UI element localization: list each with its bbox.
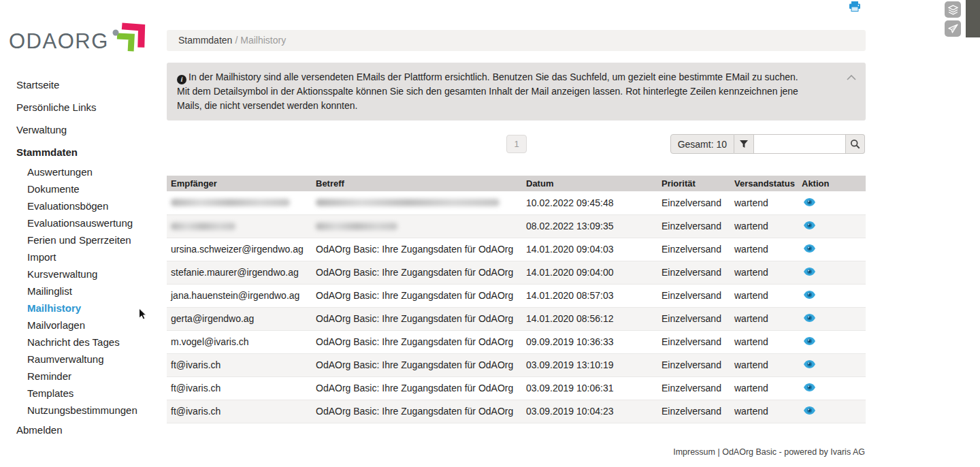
cell-betreff: [312, 214, 522, 238]
filter-button[interactable]: [734, 134, 754, 154]
column-header-1: Betreff: [312, 176, 522, 191]
sidebar-item-evaluationsauswertung[interactable]: Evaluationsauswertung: [0, 214, 167, 231]
cell-prioritaet: Einzelversand: [657, 191, 730, 214]
cell-aktion: [798, 238, 866, 261]
view-mail-button[interactable]: [804, 221, 815, 229]
collapse-panel-button[interactable]: [847, 72, 856, 82]
sidebar-item-raumverwaltung[interactable]: Raumverwaltung: [0, 351, 167, 368]
sidebar-nav: StartseitePersönliche LinksVerwaltungSta…: [0, 74, 167, 441]
sidebar-item-mailvorlagen[interactable]: Mailvorlagen: [0, 317, 167, 334]
sidebar-item-abmelden[interactable]: Abmelden: [0, 419, 167, 441]
sidebar-item-stammdaten[interactable]: Stammdaten: [0, 141, 167, 163]
layers-button[interactable]: [945, 1, 961, 18]
cell-empfaenger: ursina.schweizer@irgendwo.ag: [167, 238, 312, 261]
total-count-label: Gesamt: 10: [670, 134, 734, 154]
eye-icon: [804, 360, 815, 368]
cell-prioritaet: Einzelversand: [657, 284, 730, 307]
logo-text: ODAORG: [9, 31, 109, 52]
logo-dot: [112, 30, 118, 36]
pagination-page-button[interactable]: 1: [506, 135, 527, 153]
search-icon: [850, 139, 860, 149]
cell-datum: 10.02.2022 09:45:48: [522, 191, 657, 214]
column-header-5: Aktion: [798, 176, 866, 191]
sidebar-item-verwaltung[interactable]: Verwaltung: [0, 118, 167, 141]
search-group: Gesamt: 10: [670, 134, 865, 154]
view-mail-button[interactable]: [804, 360, 815, 368]
cell-versandstatus: wartend: [730, 400, 798, 423]
filter-icon: [740, 140, 748, 148]
view-mail-button[interactable]: [804, 383, 815, 391]
sidebar-item-nachricht-des-tages[interactable]: Nachricht des Tages: [0, 334, 167, 351]
view-mail-button[interactable]: [804, 314, 815, 322]
cell-empfaenger: gerta@irgendwo.ag: [167, 307, 312, 330]
sidebar-item-kursverwaltung[interactable]: Kursverwaltung: [0, 265, 167, 283]
cell-aktion: [798, 307, 866, 330]
cell-aktion: [798, 191, 866, 214]
view-mail-button[interactable]: [804, 268, 815, 276]
cell-empfaenger-redacted: [171, 223, 235, 230]
send-button[interactable]: [945, 20, 961, 37]
search-input[interactable]: [754, 134, 846, 154]
sidebar-item-nutzungsbestimmungen[interactable]: Nutzungsbestimmungen: [0, 402, 167, 419]
view-mail-button[interactable]: [804, 244, 815, 253]
view-mail-button[interactable]: [804, 406, 815, 415]
cell-versandstatus: wartend: [730, 284, 798, 307]
info-line2: Mit dem Detailsymbol in der Aktionsspalt…: [177, 86, 798, 111]
cell-prioritaet: Einzelversand: [657, 214, 730, 238]
sidebar-item-import[interactable]: Import: [0, 248, 167, 265]
sidebar-item-dokumente[interactable]: Dokumente: [0, 180, 167, 197]
view-mail-button[interactable]: [804, 291, 815, 299]
cell-versandstatus: wartend: [730, 261, 798, 284]
eye-icon: [804, 198, 815, 206]
cell-datum: 14.01.2020 09:04:00: [522, 261, 657, 284]
view-mail-button[interactable]: [804, 198, 815, 206]
breadcrumb-parent[interactable]: Stammdaten: [178, 35, 232, 46]
info-text: iIn der Mailhistory sind alle versendete…: [177, 70, 825, 113]
cell-aktion: [798, 330, 866, 353]
chevron-up-icon: [847, 75, 856, 80]
cell-datum: 03.09.2019 10:04:23: [522, 400, 657, 423]
view-mail-button[interactable]: [804, 337, 815, 345]
logo[interactable]: ODAORG: [9, 14, 149, 52]
sidebar-item-templates[interactable]: Templates: [0, 385, 167, 402]
breadcrumb-separator: /: [235, 35, 238, 46]
paper-plane-icon: [948, 24, 958, 34]
impressum-link[interactable]: Impressum: [673, 447, 715, 457]
eye-icon: [804, 221, 815, 229]
cell-versandstatus: wartend: [730, 376, 798, 400]
cell-prioritaet: Einzelversand: [657, 400, 730, 423]
cell-datum: 08.02.2022 13:09:35: [522, 214, 657, 238]
table-row: ursina.schweizer@irgendwo.agOdAOrg Basic…: [167, 238, 866, 261]
sidebar-item-mailhistory[interactable]: Mailhistory: [0, 300, 167, 317]
cell-aktion: [798, 284, 866, 307]
sidebar-item-mailinglist[interactable]: Mailinglist: [0, 283, 167, 300]
sidebar-item-evaluationsboegen[interactable]: Evaluationsbögen: [0, 197, 167, 214]
eye-icon: [804, 337, 815, 345]
sidebar-item-reminder[interactable]: Reminder: [0, 368, 167, 385]
cell-empfaenger: ft@ivaris.ch: [167, 400, 312, 423]
search-button[interactable]: [846, 134, 865, 154]
sidebar-item-persoenliche-links[interactable]: Persönliche Links: [0, 96, 167, 118]
cell-prioritaet: Einzelversand: [657, 261, 730, 284]
print-button[interactable]: [848, 0, 862, 15]
scrollbar-thumb[interactable]: [966, 0, 980, 37]
cell-betreff: OdAOrg Basic: Ihre Zugangsdaten für OdAO…: [312, 261, 522, 284]
cell-aktion: [798, 261, 866, 284]
printer-icon: [849, 1, 860, 12]
sidebar-item-auswertungen[interactable]: Auswertungen: [0, 163, 167, 180]
cell-prioritaet: Einzelversand: [657, 330, 730, 353]
cell-empfaenger: [167, 214, 312, 238]
cell-betreff: OdAOrg Basic: Ihre Zugangsdaten für OdAO…: [312, 307, 522, 330]
sidebar-item-startseite[interactable]: Startseite: [0, 74, 167, 96]
info-icon: i: [177, 75, 186, 84]
info-line1: In der Mailhistory sind alle versendeten…: [189, 71, 798, 82]
table-row: jana.hauenstein@irgendwo.agOdAOrg Basic:…: [167, 284, 866, 307]
sidebar-item-ferien-und-sperrzeiten[interactable]: Ferien und Sperrzeiten: [0, 231, 167, 248]
cell-versandstatus: wartend: [730, 238, 798, 261]
cell-prioritaet: Einzelversand: [657, 238, 730, 261]
cell-betreff: OdAOrg Basic: Ihre Zugangsdaten für OdAO…: [312, 238, 522, 261]
table-row: m.vogel@ivaris.chOdAOrg Basic: Ihre Zuga…: [167, 330, 866, 353]
column-header-4: Versandstatus: [730, 176, 798, 191]
column-header-2: Datum: [522, 176, 657, 191]
table-row: ft@ivaris.chOdAOrg Basic: Ihre Zugangsda…: [167, 353, 866, 376]
